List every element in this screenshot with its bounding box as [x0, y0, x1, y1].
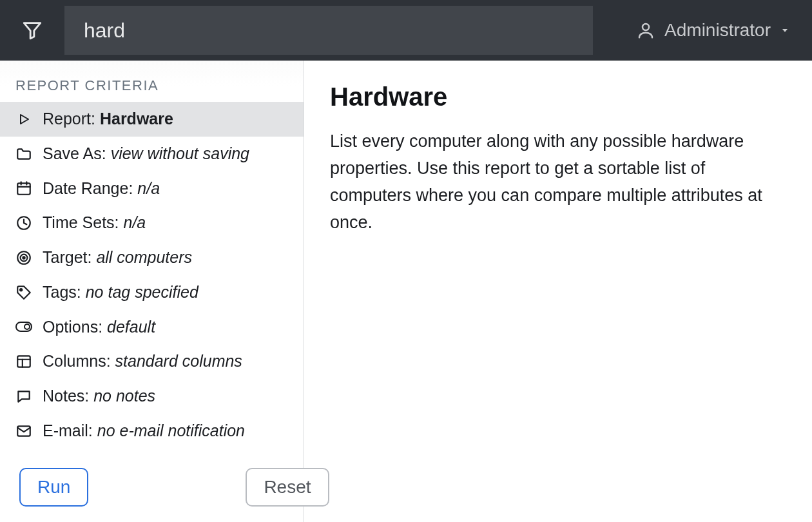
criteria-text: Time Sets: n/a — [43, 212, 146, 234]
svg-point-14 — [24, 324, 30, 329]
criteria-value: default — [107, 318, 155, 336]
clock-icon — [14, 213, 34, 233]
criteria-item-folder[interactable]: Save As: view without saving — [0, 137, 304, 171]
page-description: List every computer along with any possi… — [330, 128, 786, 236]
play-icon — [14, 110, 34, 129]
svg-point-11 — [23, 256, 24, 258]
folder-icon — [14, 144, 34, 164]
criteria-item-calendar[interactable]: Date Range: n/a — [0, 171, 304, 206]
svg-point-1 — [643, 24, 649, 30]
user-menu[interactable]: Administrator — [636, 20, 799, 41]
svg-rect-4 — [17, 184, 30, 195]
criteria-label: Target: — [43, 248, 96, 266]
criteria-item-target[interactable]: Target: all computers — [0, 240, 304, 275]
sidebar-header: REPORT CRITERIA — [0, 61, 304, 102]
user-label: Administrator — [664, 20, 771, 41]
criteria-text: Target: all computers — [43, 247, 192, 269]
note-icon — [14, 387, 34, 406]
toggle-icon — [14, 317, 34, 336]
funnel-icon — [21, 19, 43, 41]
page-title: Hardware — [330, 82, 786, 111]
criteria-text: Save As: view without saving — [43, 143, 249, 165]
criteria-item-mail[interactable]: E-mail: no e-mail notification — [0, 414, 304, 449]
content-panel: Hardware List every computer along with … — [304, 61, 812, 522]
criteria-value: no e-mail notification — [97, 421, 245, 440]
columns-icon — [14, 352, 34, 371]
criteria-label: Columns: — [43, 352, 115, 370]
criteria-value: view without saving — [111, 144, 249, 162]
criteria-text: Date Range: n/a — [43, 178, 160, 200]
target-icon — [14, 248, 34, 267]
criteria-value: all computers — [96, 248, 192, 266]
criteria-item-toggle[interactable]: Options: default — [0, 310, 304, 345]
criteria-value: n/a — [137, 179, 160, 197]
sidebar: REPORT CRITERIA Report: HardwareSave As:… — [0, 61, 304, 522]
criteria-item-play[interactable]: Report: Hardware — [0, 102, 304, 137]
criteria-text: E-mail: no e-mail notification — [43, 420, 245, 442]
search-wrap — [64, 6, 593, 55]
criteria-label: Save As: — [43, 144, 111, 162]
criteria-item-tag[interactable]: Tags: no tag specified — [0, 275, 304, 310]
criteria-label: Options: — [43, 318, 107, 336]
svg-point-12 — [20, 289, 22, 291]
criteria-text: Notes: no notes — [43, 385, 155, 407]
criteria-text: Tags: no tag specified — [43, 282, 198, 304]
mail-icon — [14, 421, 34, 441]
svg-marker-0 — [24, 23, 41, 39]
tag-icon — [14, 283, 34, 302]
criteria-label: Date Range: — [43, 179, 137, 197]
svg-marker-3 — [21, 115, 28, 124]
criteria-item-clock[interactable]: Time Sets: n/a — [0, 206, 304, 240]
criteria-value: no tag specified — [86, 283, 198, 301]
criteria-item-columns[interactable]: Columns: standard columns — [0, 344, 304, 379]
sidebar-actions: Run Reset — [0, 449, 304, 519]
criteria-value: standard columns — [115, 352, 242, 370]
search-input[interactable] — [84, 19, 574, 43]
run-button[interactable]: Run — [19, 468, 88, 507]
calendar-icon — [14, 179, 34, 198]
criteria-label: E-mail: — [43, 421, 97, 440]
criteria-value: n/a — [124, 213, 146, 231]
svg-marker-2 — [782, 29, 788, 32]
criteria-label: Report: — [43, 110, 100, 128]
criteria-item-note[interactable]: Notes: no notes — [0, 379, 304, 414]
criteria-label: Time Sets: — [43, 213, 124, 231]
criteria-value: no notes — [93, 387, 155, 405]
criteria-text: Options: default — [43, 316, 155, 338]
main-layout: REPORT CRITERIA Report: HardwareSave As:… — [0, 61, 812, 522]
criteria-label: Notes: — [43, 387, 93, 405]
svg-rect-15 — [17, 356, 30, 367]
filter-button[interactable] — [0, 0, 64, 61]
criteria-text: Report: Hardware — [43, 108, 173, 130]
criteria-list: Report: HardwareSave As: view without sa… — [0, 102, 304, 449]
criteria-value: Hardware — [100, 110, 173, 128]
caret-down-icon — [780, 25, 790, 35]
user-icon — [636, 21, 655, 40]
criteria-label: Tags: — [43, 283, 86, 301]
criteria-text: Columns: standard columns — [43, 351, 242, 372]
topbar: Administrator — [0, 0, 812, 61]
